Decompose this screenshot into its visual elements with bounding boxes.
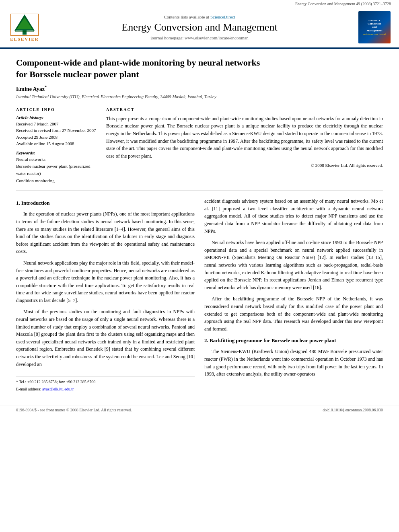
- body-columns: 1. Introduction In the operation of nucl…: [16, 197, 383, 393]
- elsevier-tree-icon: [10, 14, 39, 36]
- journal-title: Energy Conversion and Management: [47, 21, 352, 33]
- keyword-4: Condition monitoring: [16, 177, 97, 185]
- abstract-title: ABSTRACT: [106, 107, 383, 112]
- section1-para2: Neural network applications play the maj…: [16, 259, 195, 304]
- section1-title: 1. Introduction: [16, 199, 195, 207]
- svg-marker-2: [16, 18, 33, 29]
- section2-title: 2. Backfitting programme for Borssele nu…: [204, 337, 383, 345]
- article-info-title: ARTICLE INFO: [16, 107, 97, 112]
- sciencedirect-line: Contents lists available at ScienceDirec…: [47, 14, 352, 19]
- section1-para1: In the operation of nuclear power plants…: [16, 210, 195, 255]
- footnote-email-line: E-mail address: ayaz@elk.itu.edu.tr: [16, 386, 195, 392]
- sciencedirect-link[interactable]: ScienceDirect: [210, 14, 235, 19]
- journal-header: ELSEVIER Contents lists available at Sci…: [0, 7, 399, 48]
- journal-logo-right: ENERGY Conversion and Management an inte…: [356, 11, 393, 43]
- abstract-text: This paper presents a comparison of comp…: [106, 115, 383, 160]
- footnote-email-label: E-mail address:: [16, 387, 41, 391]
- keywords-list: Neural networks Borssele nuclear power p…: [16, 156, 97, 184]
- citation-bar: Energy Conversion and Management 49 (200…: [0, 0, 399, 7]
- section1-right-para1: accident diagnosis advisory system based…: [204, 197, 383, 235]
- copyright-text: © 2008 Elsevier Ltd. All rights reserved…: [106, 163, 383, 168]
- author-name: Emine Ayaz*: [16, 85, 383, 92]
- citation-text: Energy Conversion and Management 49 (200…: [295, 2, 391, 6]
- keyword-1: Neural networks: [16, 156, 97, 163]
- keyword-3: water reactor): [16, 170, 97, 177]
- revised-date: Received in revised form 27 November 200…: [16, 127, 97, 134]
- section2-para1: The Siemens-KWU (Kraftwerk Union) design…: [204, 348, 383, 378]
- divider-1: [16, 104, 383, 104]
- article-title: Component-wide and plant-wide monitoring…: [16, 57, 383, 80]
- article-info-panel: ARTICLE INFO Article history: Received 7…: [16, 107, 97, 184]
- journal-logo-box: ENERGY Conversion and Management an inte…: [358, 11, 391, 43]
- footnote-area: * Tel.: +90 212 285 6756; fax: +90 212 2…: [16, 376, 195, 392]
- body-left-col: 1. Introduction In the operation of nucl…: [16, 197, 195, 393]
- main-content: Component-wide and plant-wide monitoring…: [0, 49, 399, 401]
- section1-right-para3: After the backfitting programme of the B…: [204, 295, 383, 333]
- journal-center: Contents lists available at ScienceDirec…: [47, 14, 352, 40]
- logo-title-text: ENERGY Conversion and Management: [366, 19, 382, 33]
- available-date: Available online 15 August 2008: [16, 140, 97, 147]
- received-date: Received 7 March 2007: [16, 121, 97, 127]
- keywords-label: Keywords:: [16, 150, 97, 155]
- affiliation: Istanbul Technical University (ITU), Ele…: [16, 94, 383, 99]
- abstract-panel: ABSTRACT This paper presents a compariso…: [106, 107, 383, 184]
- logo-subtitle-text: an international journal: [363, 33, 386, 36]
- bottom-bar: 0196-8904/$ - see front matter © 2008 El…: [0, 405, 399, 415]
- accepted-date: Accepted 29 June 2008: [16, 134, 97, 141]
- section1-para3: Most of the previous studies on the moni…: [16, 308, 195, 368]
- info-abstract-row: ARTICLE INFO Article history: Received 7…: [16, 107, 383, 184]
- divider-2: [16, 191, 383, 191]
- elsevier-label-text: ELSEVIER: [10, 37, 39, 41]
- footnote-email-link[interactable]: ayaz@elk.itu.edu.tr: [42, 387, 74, 391]
- body-right-col: accident diagnosis advisory system based…: [204, 197, 383, 393]
- journal-homepage: journal homepage: www.elsevier.com/locat…: [47, 35, 352, 40]
- issn-text: 0196-8904/$ - see front matter © 2008 El…: [16, 408, 132, 412]
- elsevier-logo: ELSEVIER: [6, 14, 43, 41]
- doi-text: doi:10.1016/j.enconman.2008.06.030: [323, 408, 383, 412]
- keyword-2: Borssele nuclear power plant (pressurize…: [16, 163, 97, 170]
- history-label: Article history:: [16, 115, 97, 120]
- section1-right-para2: Neural networks have been applied off-li…: [204, 239, 383, 291]
- footnote-tel: * Tel.: +90 212 285 6756; fax: +90 212 2…: [16, 379, 195, 385]
